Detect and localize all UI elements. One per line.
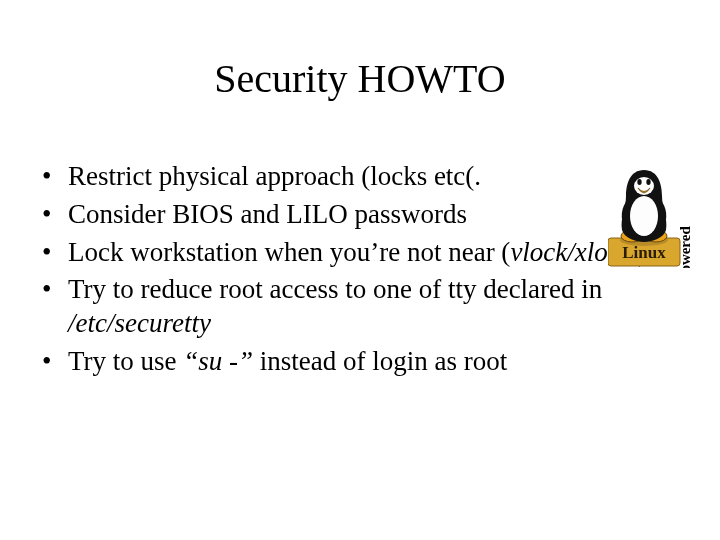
- tux-icon: [620, 170, 668, 246]
- bullet-italic: “su -”: [183, 346, 253, 376]
- list-item: Try to use “su -” instead of login as ro…: [38, 345, 660, 379]
- bullet-text: Restrict physical approach (locks etc(.: [68, 161, 481, 191]
- linux-powered-logo: Linux Powered: [608, 158, 698, 268]
- slide: Security HOWTO Restrict physical approac…: [0, 0, 720, 540]
- bullet-text: Consider BIOS and LILO passwords: [68, 199, 467, 229]
- tux-penguin-icon: Linux Powered: [608, 158, 698, 268]
- bullet-text: Try to use: [68, 346, 183, 376]
- bullet-italic: /etc/securetty: [68, 308, 211, 338]
- svg-point-8: [646, 179, 650, 185]
- bullet-text-tail: instead of login as root: [253, 346, 507, 376]
- svg-point-5: [630, 196, 658, 236]
- slide-title: Security HOWTO: [0, 55, 720, 102]
- logo-powered-text: Powered: [677, 226, 693, 268]
- list-item: Lock workstation when you’re not near (v…: [38, 236, 660, 270]
- list-item: Restrict physical approach (locks etc(.: [38, 160, 660, 194]
- bullet-text: Lock workstation when you’re not near (: [68, 237, 510, 267]
- list-item: Try to reduce root access to one of tty …: [38, 273, 660, 341]
- svg-point-7: [637, 179, 641, 185]
- bullet-list: Restrict physical approach (locks etc(. …: [38, 160, 660, 383]
- bullet-text: Try to reduce root access to one of tty …: [68, 274, 602, 304]
- list-item: Consider BIOS and LILO passwords: [38, 198, 660, 232]
